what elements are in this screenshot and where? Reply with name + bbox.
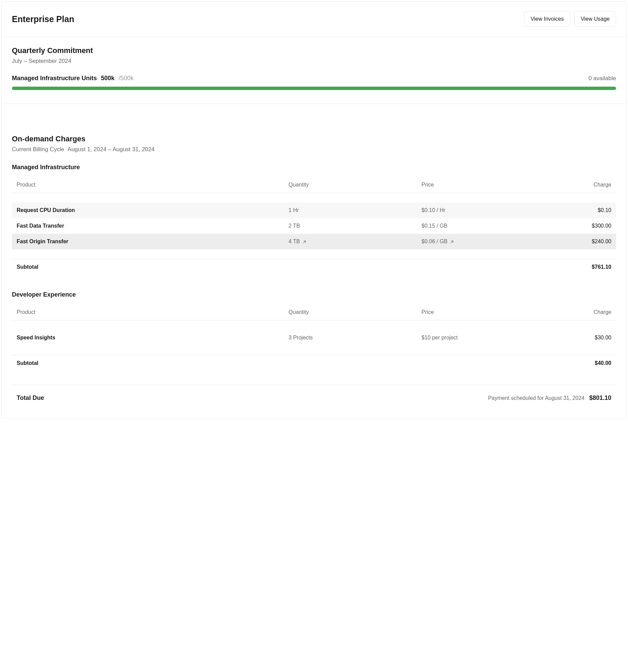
billing-card: Enterprise Plan View Invoices View Usage…	[1, 1, 627, 419]
view-usage-button[interactable]: View Usage	[574, 11, 616, 27]
total-due-value: $801.10	[589, 394, 611, 402]
usage-row: Managed Infrastructure Units 500k /500k …	[12, 75, 616, 82]
usage-label: Managed Infrastructure Units	[12, 75, 97, 82]
commitment-title: Quarterly Commitment	[12, 46, 616, 55]
billing-cycle-label: Current Billing Cycle	[12, 146, 64, 153]
charges-group-title: Managed Infrastructure	[12, 164, 616, 171]
charges-title: On-demand Charges	[12, 135, 616, 143]
charges-group-title: Developer Experience	[12, 291, 616, 298]
cell-quantity: 2 TB	[284, 218, 417, 234]
total-row: Total Due Payment scheduled for August 3…	[12, 385, 616, 402]
charges-table: ProductQuantityPriceChargeRequest CPU Du…	[12, 178, 616, 275]
charges-table: ProductQuantityPriceChargeSpeed Insights…	[12, 305, 616, 371]
column-header-charge: Charge	[544, 178, 616, 193]
cell-product: Speed Insights	[12, 330, 284, 346]
subtotal-value: $761.10	[544, 259, 616, 275]
cell-quantity: 1 Hr	[284, 202, 417, 218]
column-header-product: Product	[12, 178, 284, 193]
subtotal-row: Subtotal$40.00	[12, 355, 616, 371]
cell-charge: $300.00	[544, 218, 616, 234]
cell-price[interactable]: $0.06 / GB	[417, 234, 543, 249]
subtotal-value: $40.00	[544, 355, 616, 371]
view-invoices-button[interactable]: View Invoices	[524, 11, 570, 27]
cell-quantity: 3 Projects	[284, 330, 417, 346]
subtotal-row: Subtotal$761.10	[12, 259, 616, 275]
billing-cycle-period: August 1, 2024 – August 31, 2024	[68, 146, 155, 153]
column-header-quantity: Quantity	[284, 178, 417, 193]
total-due-label: Total Due	[17, 394, 44, 402]
column-header-price: Price	[417, 305, 543, 320]
column-header-price: Price	[417, 178, 543, 193]
cell-quantity[interactable]: 4 TB	[284, 234, 417, 249]
table-row: Speed Insights3 Projects$10 per project$…	[12, 330, 616, 346]
billing-cycle: Current Billing Cycle August 1, 2024 – A…	[12, 146, 616, 153]
progress-fill	[12, 87, 616, 90]
cell-charge: $0.10	[544, 202, 616, 218]
usage-label-group: Managed Infrastructure Units 500k /500k	[12, 75, 134, 82]
external-link-icon	[302, 240, 307, 244]
cell-price: $10 per project	[417, 330, 543, 346]
column-header-charge: Charge	[544, 305, 616, 320]
column-header-quantity: Quantity	[284, 305, 417, 320]
total-right: Payment scheduled for August 31, 2024 $8…	[488, 394, 611, 402]
usage-total: /500k	[119, 75, 134, 82]
table-row: Fast Data Transfer2 TB$0.15 / GB$300.00	[12, 218, 616, 234]
plan-title: Enterprise Plan	[12, 14, 74, 24]
cell-product: Fast Data Transfer	[12, 218, 284, 234]
usage-value: 500k	[101, 75, 115, 82]
charges-section: On-demand Charges Current Billing Cycle …	[2, 104, 626, 419]
commitment-period: July – September 2024	[12, 58, 616, 65]
progress-bar	[12, 87, 616, 90]
external-link-icon	[450, 240, 454, 244]
card-header: Enterprise Plan View Invoices View Usage	[2, 2, 626, 37]
cell-charge: $240.00	[544, 234, 616, 249]
total-note: Payment scheduled for August 31, 2024	[488, 395, 585, 401]
subtotal-label: Subtotal	[12, 259, 284, 275]
header-buttons: View Invoices View Usage	[524, 11, 616, 27]
cell-charge: $30.00	[544, 330, 616, 346]
usage-available: 0 available	[589, 75, 616, 82]
cell-product: Fast Origin Transfer	[12, 234, 284, 249]
subtotal-label: Subtotal	[12, 355, 284, 371]
table-row: Fast Origin Transfer4 TB$0.06 / GB$240.0…	[12, 234, 616, 249]
cell-product: Request CPU Duration	[12, 202, 284, 218]
commitment-section: Quarterly Commitment July – September 20…	[2, 37, 626, 104]
table-row: Request CPU Duration1 Hr$0.10 / Hr$0.10	[12, 202, 616, 218]
cell-price: $0.15 / GB	[417, 218, 543, 234]
column-header-product: Product	[12, 305, 284, 320]
cell-price: $0.10 / Hr	[417, 202, 543, 218]
